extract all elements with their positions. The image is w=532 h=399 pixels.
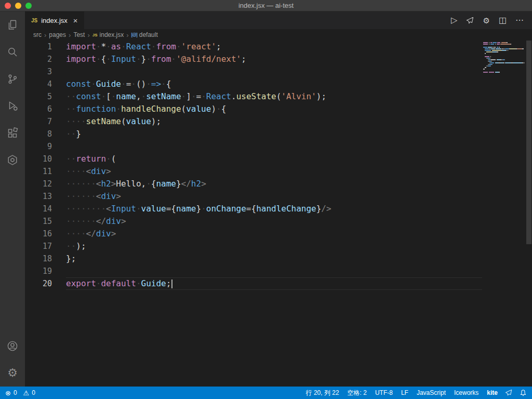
minimap-token <box>522 48 524 49</box>
status-errors[interactable]: ⊗0 <box>5 389 17 396</box>
activity-bar-item-extensions[interactable] <box>0 119 25 147</box>
line-number: 3 <box>25 65 52 78</box>
code-line[interactable]: 19 <box>25 265 482 277</box>
activity-bar-item-account[interactable] <box>0 332 25 360</box>
minimize-window-button[interactable] <box>15 3 21 9</box>
code-token: · <box>106 42 111 51</box>
minimap-token <box>490 62 495 63</box>
code-token: ········ <box>66 204 106 214</box>
code-line-content <box>66 265 482 277</box>
code-token: ···· <box>66 116 86 126</box>
minimap[interactable] <box>482 41 526 76</box>
activity-bar-item-explorer[interactable] <box>0 11 25 38</box>
code-token: · <box>141 91 147 101</box>
line-number: 20 <box>25 277 52 290</box>
zoom-window-button[interactable] <box>25 3 32 9</box>
line-number: 12 <box>25 178 52 190</box>
minimap-token <box>485 56 489 57</box>
scrollbar-thumb[interactable] <box>526 41 531 244</box>
code-line-content: ··} <box>66 128 482 140</box>
line-number: 11 <box>25 165 52 178</box>
code-line[interactable]: 8··} <box>25 128 482 140</box>
minimap-token <box>485 53 486 54</box>
status-iceworks[interactable]: Iceworks <box>454 389 478 396</box>
paper-plane-button[interactable] <box>466 17 474 24</box>
code-token: ) <box>211 104 216 114</box>
breadcrumb-item-pages[interactable]: pages <box>49 31 66 38</box>
vscode-window: index.jsx — ai-test <box>0 0 532 399</box>
more-actions-button[interactable]: ⋯ <box>515 16 524 24</box>
breadcrumb-item-index-jsx[interactable]: JSindex.jsx <box>92 31 124 38</box>
code-token: { <box>166 79 171 89</box>
minimap-line <box>483 42 526 43</box>
code-token: h2 <box>191 179 201 189</box>
code-line[interactable]: 9 <box>25 140 482 153</box>
close-window-button[interactable] <box>5 3 11 9</box>
notifications-button[interactable] <box>520 389 527 396</box>
activity-bar-item-source-control[interactable] <box>0 65 25 92</box>
code-line-content: ··); <box>66 240 482 252</box>
code-token: ( <box>276 91 282 101</box>
code-line[interactable]: 20export·default·Guide; <box>25 277 482 290</box>
code-token: < <box>96 191 101 201</box>
status-language-mode[interactable]: JavaScript <box>417 389 446 396</box>
status-kite[interactable]: kite <box>487 389 498 396</box>
status-indentation[interactable]: 空格: 2 <box>348 389 367 397</box>
breadcrumb-item-default[interactable]: [@]default <box>131 31 158 38</box>
run-button[interactable]: ▷ <box>451 16 457 24</box>
code-token: · <box>201 204 206 214</box>
code-token: > <box>111 179 116 189</box>
code-line[interactable]: 2import·{·Input·}·from·'@alifd/next'; <box>25 53 482 65</box>
minimap-line <box>483 64 526 65</box>
code-line[interactable]: 4const·Guide·=·()·=>·{ <box>25 78 482 90</box>
search-icon <box>6 46 19 58</box>
code-line[interactable]: 6··function·handleChange(value)·{ <box>25 103 482 115</box>
code-line[interactable]: 10··return·( <box>25 153 482 165</box>
status-encoding[interactable]: UTF-8 <box>375 389 393 396</box>
status-warnings[interactable]: ⚠0 <box>23 389 35 396</box>
split-editor-button[interactable]: ◫ <box>499 16 507 24</box>
code-token: 'Alvin' <box>281 91 316 101</box>
status-eol[interactable]: LF <box>401 389 408 396</box>
minimap-line <box>483 50 526 51</box>
close-tab-icon[interactable]: × <box>73 16 78 25</box>
tab-index-jsx[interactable]: JS index.jsx × <box>25 11 84 29</box>
code-token: · <box>181 91 187 101</box>
settings-gear-button[interactable]: ⚙ <box>483 17 489 24</box>
minimap-token <box>497 51 498 52</box>
code-line[interactable]: 16····</div> <box>25 228 482 240</box>
code-line[interactable]: 17··); <box>25 240 482 252</box>
status-cursor-position[interactable]: 行 20, 列 22 <box>306 389 339 397</box>
code-line[interactable]: 13······<div> <box>25 190 482 203</box>
editor-scrollbar[interactable] <box>526 41 532 387</box>
kite-plane-button[interactable] <box>505 389 512 396</box>
code-line[interactable]: 12······<h2>Hello,·{name}</h2> <box>25 178 482 190</box>
code-token: ·· <box>66 104 76 114</box>
editor[interactable]: 1import·*·as·React·from·'react';2import·… <box>25 41 532 387</box>
code-line[interactable]: 11····<div> <box>25 165 482 178</box>
code-token: Hello, <box>116 179 146 189</box>
code-token: · <box>171 54 176 64</box>
code-line[interactable]: 7····setName(value); <box>25 115 482 128</box>
minimap-token <box>508 50 509 51</box>
minimap-token <box>495 72 499 73</box>
breadcrumb-item-src[interactable]: src <box>33 31 42 38</box>
minimap-token <box>493 51 497 52</box>
activity-bar-item-search[interactable] <box>0 38 25 65</box>
breadcrumb-item-test[interactable]: Test <box>73 31 85 38</box>
code-line[interactable]: 18}; <box>25 252 482 265</box>
minimap-token <box>510 48 516 49</box>
code-line[interactable]: 3 <box>25 65 482 78</box>
code-token: setName <box>86 116 121 126</box>
minimap-line <box>483 67 526 68</box>
minimap-line <box>483 72 526 73</box>
activity-bar-item-run-debug[interactable] <box>0 92 25 119</box>
activity-bar-item-settings[interactable]: ⚙ <box>0 360 25 387</box>
activity-bar-item-iceworks[interactable] <box>0 147 25 174</box>
code-line[interactable]: 5··const·[·name,·setName·]·=·React.useSt… <box>25 90 482 103</box>
code-line[interactable]: 15······</div> <box>25 215 482 228</box>
code-line[interactable]: 1import·*·as·React·from·'react'; <box>25 41 482 53</box>
line-number: 14 <box>25 203 52 215</box>
code-line[interactable]: 14········<Input·value={name}·onChange={… <box>25 203 482 215</box>
code-token: const <box>76 91 101 101</box>
